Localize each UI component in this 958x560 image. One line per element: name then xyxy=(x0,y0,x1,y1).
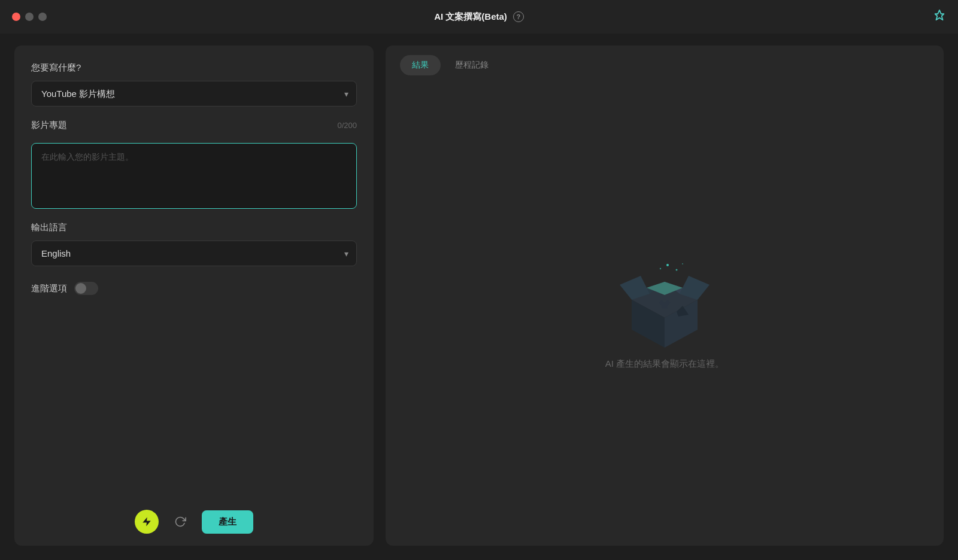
field-header: 影片專題 0/200 xyxy=(31,120,357,131)
tab-history[interactable]: 歷程記錄 xyxy=(443,55,501,75)
type-dropdown[interactable]: YouTube 影片構想 部落格文章 社群媒體貼文 xyxy=(31,81,357,106)
generate-button[interactable]: 產生 xyxy=(202,510,253,534)
empty-illustration: AI 產生的結果會顯示在這裡。 xyxy=(605,252,724,370)
bottom-bar: 產生 xyxy=(14,510,374,534)
svg-point-10 xyxy=(660,267,661,269)
char-count: 0/200 xyxy=(337,121,357,130)
topic-textarea[interactable] xyxy=(31,143,357,209)
toggle-knob xyxy=(75,283,86,294)
topic-label: 影片專題 xyxy=(31,120,67,131)
tab-results[interactable]: 結果 xyxy=(400,55,441,75)
maximize-button[interactable] xyxy=(38,13,47,21)
svg-point-11 xyxy=(682,263,683,264)
advanced-toggle[interactable] xyxy=(74,282,98,295)
close-button[interactable] xyxy=(12,13,20,21)
svg-point-9 xyxy=(676,269,678,270)
help-icon[interactable]: ? xyxy=(513,11,524,22)
box-svg xyxy=(614,252,716,348)
lang-dropdown[interactable]: English 繁體中文 日本語 xyxy=(31,241,357,266)
app-title: AI 文案撰寫(Beta) ? xyxy=(434,11,524,23)
minimize-button[interactable] xyxy=(25,13,34,21)
pin-icon[interactable] xyxy=(933,9,946,25)
refresh-button[interactable] xyxy=(168,510,192,534)
main-content: 您要寫什麼? YouTube 影片構想 部落格文章 社群媒體貼文 ▾ 影片專題 … xyxy=(0,34,958,560)
tabs-bar: 結果 歷程記錄 xyxy=(386,45,944,75)
type-select-wrapper: YouTube 影片構想 部落格文章 社群媒體貼文 ▾ xyxy=(31,81,357,106)
left-panel: 您要寫什麼? YouTube 影片構想 部落格文章 社群媒體貼文 ▾ 影片專題 … xyxy=(14,45,374,546)
lang-select-wrapper: English 繁體中文 日本語 ▾ xyxy=(31,241,357,266)
advanced-label: 進階選項 xyxy=(31,283,67,294)
svg-point-8 xyxy=(666,264,669,266)
right-panel: 結果 歷程記錄 xyxy=(386,45,944,546)
traffic-lights xyxy=(12,13,47,21)
advanced-row: 進階選項 xyxy=(31,282,357,295)
write-label: 您要寫什麼? xyxy=(31,62,357,74)
empty-message: AI 產生的結果會顯示在這裡。 xyxy=(605,358,724,370)
titlebar: AI 文案撰寫(Beta) ? xyxy=(0,0,958,34)
lang-label: 輸出語言 xyxy=(31,222,357,233)
bolt-button[interactable] xyxy=(135,510,159,534)
result-area: AI 產生的結果會顯示在這裡。 xyxy=(386,75,944,546)
